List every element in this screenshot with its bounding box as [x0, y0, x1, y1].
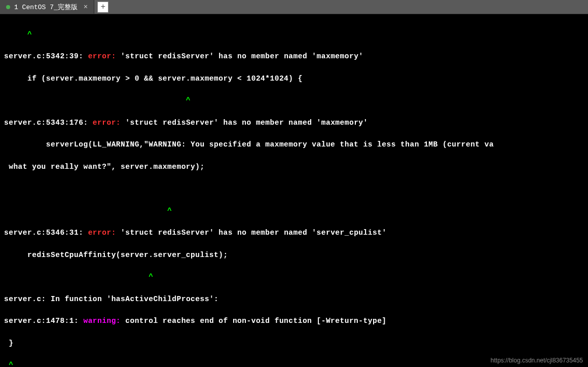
error-text: ': [363, 119, 368, 127]
function-name: hasActiveChildProcess: [112, 295, 209, 303]
error-member: maxmemory: [317, 52, 359, 60]
caret-indicator: ^: [4, 30, 32, 39]
code-line: what you really want?", server.maxmemory…: [4, 162, 584, 173]
error-label: error:: [83, 52, 121, 60]
error-location: server.c:5346:31:: [4, 229, 83, 237]
add-tab-button[interactable]: +: [97, 2, 108, 13]
error-member: maxmemory: [321, 119, 363, 127]
error-struct: struct redisServer: [125, 52, 209, 60]
error-text: ' has no member named ': [214, 119, 321, 127]
error-text: ': [121, 229, 125, 237]
code-line: redisSetCpuAffinity(server.server_cpulis…: [4, 250, 584, 261]
error-text: ': [121, 52, 125, 60]
error-text: ': [382, 229, 386, 237]
tab-status-dot: [6, 5, 10, 9]
terminal-output: ^ server.c:5342:39: error: 'struct redis…: [0, 14, 588, 367]
error-text: ' has no member named ': [209, 52, 317, 60]
file-location: server.c:: [4, 295, 46, 303]
function-text: In function ': [46, 295, 112, 303]
error-location: server.c:5342:39:: [4, 52, 83, 60]
tab-title: 1 CentOS 7_完整版: [14, 3, 78, 12]
caret-indicator: ^: [4, 206, 584, 217]
error-text: ': [358, 52, 363, 60]
error-struct: struct redisServer: [130, 119, 214, 127]
close-icon[interactable]: ×: [84, 3, 88, 11]
watermark: https://blog.csdn.net/cjl836735455: [491, 357, 583, 364]
code-line: if (server.maxmemory > 0 && server.maxme…: [4, 74, 584, 85]
warning-location: server.c:1478:1:: [4, 317, 79, 325]
tab-centos[interactable]: 1 CentOS 7_完整版 ×: [0, 0, 94, 14]
error-text: ' has no member named ': [209, 229, 317, 237]
error-member: server_cpulist: [317, 229, 382, 237]
caret-indicator: ^: [4, 272, 584, 283]
warning-label: warning:: [79, 317, 125, 325]
warning-text: control reaches end of non-void function…: [125, 317, 386, 325]
error-label: error:: [88, 119, 126, 127]
tab-bar: 1 CentOS 7_完整版 × +: [0, 0, 588, 14]
error-struct: struct redisServer: [125, 229, 209, 237]
caret-indicator: ^: [4, 95, 584, 106]
error-label: error:: [83, 229, 121, 237]
error-location: server.c:5343:176:: [4, 119, 88, 127]
code-line: serverLog(LL_WARNING,"WARNING: You speci…: [4, 139, 584, 151]
code-line: }: [4, 338, 584, 349]
function-text: ':: [209, 295, 218, 303]
